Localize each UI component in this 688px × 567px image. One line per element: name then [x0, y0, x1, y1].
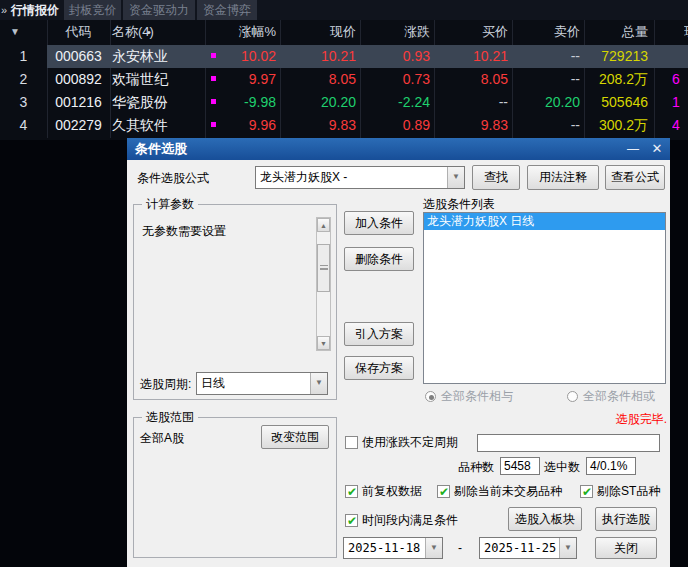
minimize-button[interactable]: — [622, 138, 644, 160]
scroll-up-icon[interactable]: ▲ [317, 218, 330, 232]
start-date-combobox[interactable]: 2025-11-18 ▼ [343, 537, 443, 559]
close-button[interactable]: 关闭 [595, 537, 657, 559]
ask-price: -- [512, 45, 580, 68]
stock-range-title: 选股范围 [142, 410, 198, 425]
checkbox-box: ✔ [580, 485, 593, 498]
end-date-value: 2025-11-25 [484, 538, 558, 559]
total-volume: 729213 [584, 45, 648, 68]
pct-change: 9.97 [205, 68, 276, 91]
selected-count-label: 选中数 [544, 459, 580, 475]
stock-range-group: 选股范围 全部A股 改变范围 [133, 417, 337, 558]
dialog-titlebar[interactable]: 条件选股 — ✕ [127, 138, 670, 160]
header-pct[interactable]: 涨幅% [205, 20, 276, 44]
formula-combobox[interactable]: 龙头潜力妖股X - ▼ [255, 166, 465, 189]
stock-name: 华瓷股份 [112, 91, 204, 114]
checkbox-label: 剔除ST品种 [597, 484, 660, 499]
condition-stock-dialog: 条件选股 — ✕ 条件选股公式 龙头潜力妖股X - ▼ 查找 用法注释 查看公式… [127, 138, 670, 567]
formula-label: 条件选股公式 [137, 170, 209, 186]
price-change: -2.24 [360, 91, 430, 114]
last-price: 8.05 [280, 68, 356, 91]
chevron-down-icon: ▼ [310, 373, 327, 394]
header-buy[interactable]: 买价 [434, 20, 508, 44]
scrollbar-thumb[interactable] [317, 244, 330, 292]
variable-period-input[interactable] [477, 434, 660, 452]
period-combobox[interactable]: 日线 ▼ [196, 372, 328, 395]
execute-select-button[interactable]: 执行选股 [595, 507, 657, 531]
condition-list-item[interactable]: 龙头潜力妖股X 日线 [424, 213, 665, 230]
table-row[interactable]: 1 000663 永安林业 10.02 10.21 0.93 10.21 -- … [0, 45, 688, 68]
checkbox-box: ✔ [345, 436, 358, 449]
end-date-combobox[interactable]: 2025-11-25 ▼ [479, 537, 577, 559]
close-icon[interactable]: ✕ [646, 138, 668, 160]
header-sell[interactable]: 卖价 [512, 20, 580, 44]
checkbox-label: 时间段内满足条件 [362, 513, 458, 528]
checkbox-label: 前复权数据 [362, 484, 422, 499]
save-plan-button[interactable]: 保存方案 [344, 356, 414, 380]
header-price[interactable]: 现价 [280, 20, 356, 44]
condition-listbox[interactable]: 龙头潜力妖股X 日线 [423, 212, 666, 384]
tab-seal-auction[interactable]: 封板竞价 [64, 0, 121, 20]
find-button[interactable]: 查找 [472, 165, 520, 190]
period-label: 选股周期: [140, 376, 191, 392]
tab-fund-game[interactable]: 资金博弈 [197, 0, 257, 20]
change-range-button[interactable]: 改变范围 [261, 425, 329, 449]
radio-label: 全部条件相与 [441, 389, 513, 404]
table-row[interactable]: 3 001216 华瓷股份 -9.98 20.20 -2.24 -- 20.20… [0, 91, 688, 114]
header-code[interactable]: 代码 [47, 20, 110, 44]
row-index: 2 [0, 68, 47, 91]
ask-price: 20.20 [512, 91, 580, 114]
header-extra-clipped: 现量 [684, 20, 688, 44]
usage-notes-button[interactable]: 用法注释 [527, 165, 599, 190]
chevron-down-icon: ▼ [559, 538, 576, 558]
tab-fund-drive[interactable]: 资金驱动力 [123, 0, 195, 20]
import-plan-button[interactable]: 引入方案 [344, 322, 414, 346]
bid-price: 8.05 [434, 68, 508, 91]
header-vol[interactable]: 总量 [584, 20, 648, 44]
header-name[interactable]: 名称(4) [112, 20, 204, 44]
background-area [0, 140, 127, 567]
view-formula-button[interactable]: 查看公式 [605, 165, 665, 190]
total-volume: 300.2万 [584, 114, 648, 137]
chevron-down-icon: ▼ [425, 538, 442, 558]
sort-bullet-icon: • [147, 20, 151, 44]
pct-change: -9.98 [205, 91, 276, 114]
checkbox-box: ✔ [345, 485, 358, 498]
formula-value: 龙头潜力妖股X - [260, 167, 446, 188]
table-header-row: ▼ 代码 名称(4) • 涨幅% 现价 涨跌 买价 卖价 总量 现量 [0, 20, 688, 44]
price-change: 0.73 [360, 68, 430, 91]
filter-dropdown-icon[interactable]: ▼ [10, 20, 20, 44]
check-icon: ✔ [347, 485, 357, 499]
last-price: 20.20 [280, 91, 356, 114]
table-row[interactable]: 2 000892 欢瑞世纪 9.97 8.05 0.73 8.05 -- 208… [0, 68, 688, 91]
total-count-label: 品种数 [458, 459, 494, 475]
pct-change: 9.96 [205, 114, 276, 137]
background-area [670, 140, 688, 567]
stock-code: 002279 [47, 114, 110, 137]
start-date-value: 2025-11-18 [348, 538, 424, 559]
check-icon: ✔ [582, 485, 592, 499]
price-change: 0.89 [360, 114, 430, 137]
extra-clipped-value [672, 45, 688, 68]
stock-name: 永安林业 [112, 45, 204, 68]
checkbox-label: 使用涨跌不定周期 [362, 435, 458, 450]
checkbox-box: ✔ [345, 514, 358, 527]
dialog-title: 条件选股 [135, 138, 187, 160]
remove-condition-button[interactable]: 删除条件 [344, 247, 414, 271]
last-price: 9.83 [280, 114, 356, 137]
params-scrollbar[interactable]: ▲ ▼ [316, 217, 331, 351]
scroll-down-icon[interactable]: ▼ [317, 336, 330, 350]
quote-table: ▼ 代码 名称(4) • 涨幅% 现价 涨跌 买价 卖价 总量 现量 1 000… [0, 20, 688, 140]
last-price: 10.21 [280, 45, 356, 68]
table-row[interactable]: 4 002279 久其软件 9.96 9.83 0.89 9.83 -- 300… [0, 114, 688, 137]
add-condition-button[interactable]: 加入条件 [344, 211, 414, 235]
stock-name: 久其软件 [112, 114, 204, 137]
header-chg[interactable]: 涨跌 [360, 20, 430, 44]
condition-list-label: 选股条件列表 [423, 196, 495, 212]
check-icon: ✔ [439, 485, 449, 499]
ask-price: -- [512, 68, 580, 91]
tab-quote-report[interactable]: 行情报价 [8, 0, 62, 20]
bid-price: -- [434, 91, 508, 114]
tab-overflow-icon: » [1, 0, 7, 20]
select-to-block-button[interactable]: 选股入板块 [508, 507, 582, 531]
stock-code: 001216 [47, 91, 110, 114]
